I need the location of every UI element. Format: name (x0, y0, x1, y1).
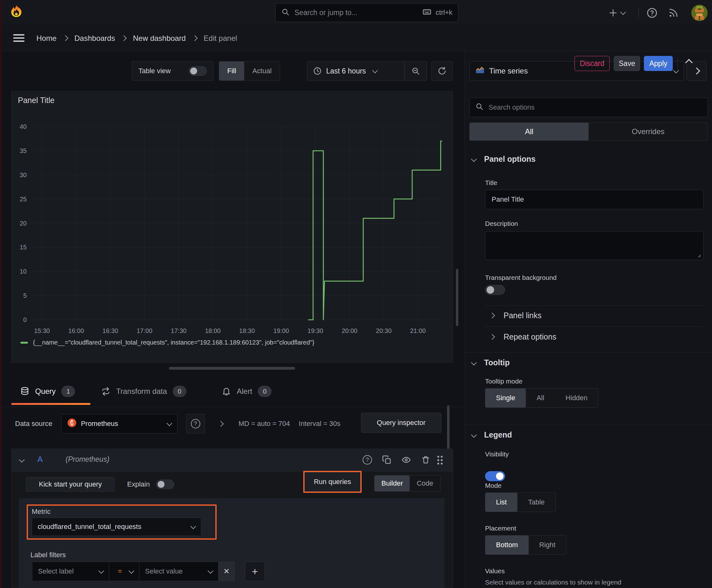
svg-text:10: 10 (20, 268, 27, 275)
plus-icon (608, 8, 618, 18)
transparent-bg-toggle[interactable] (485, 285, 505, 295)
search-options-field[interactable] (469, 98, 708, 117)
metric-select[interactable]: cloudflared_tunnel_total_requests (32, 518, 201, 536)
fill-option[interactable]: Fill (219, 62, 244, 80)
run-queries-button[interactable]: Run queries (304, 472, 360, 491)
zoom-out-button[interactable] (405, 67, 427, 76)
query-options-chevron-icon[interactable] (218, 421, 223, 426)
delete-query-icon[interactable] (421, 455, 430, 466)
query-inspector-button[interactable]: Query inspector (361, 413, 441, 433)
resize-corner-icon[interactable] (696, 253, 701, 258)
remove-filter-button[interactable]: ✕ (218, 562, 235, 581)
tooltip-single-option[interactable]: Single (486, 388, 526, 407)
legend-visibility-toggle[interactable] (485, 471, 505, 481)
timeseries-viz-icon (475, 65, 485, 77)
vertical-scrollbar[interactable] (456, 269, 458, 326)
chart-legend[interactable]: {__name__="cloudflared_tunnel_total_requ… (20, 339, 314, 346)
panel-title-field[interactable] (485, 190, 704, 209)
search-input[interactable] (294, 8, 418, 17)
placement-right-option[interactable]: Right (528, 536, 566, 554)
tab-overrides[interactable]: Overrides (589, 123, 708, 141)
query-help-icon[interactable]: ? (363, 455, 372, 465)
legend-values-help: Select values or calculations to show in… (485, 579, 621, 586)
grafana-logo-icon[interactable] (8, 5, 24, 20)
repeat-options-header[interactable]: Repeat options (490, 332, 556, 341)
chevron-down-icon (98, 568, 104, 573)
panel-resize-handle[interactable] (169, 367, 295, 370)
code-option[interactable]: Code (410, 476, 440, 491)
chevron-down-icon (620, 9, 626, 15)
svg-text:18:30: 18:30 (239, 327, 255, 334)
tab-transform-label: Transform data (116, 387, 167, 396)
table-view-toggle[interactable] (189, 66, 207, 76)
explain-toggle[interactable] (156, 480, 174, 489)
kickstart-query-button[interactable]: Kick start your query (26, 477, 114, 491)
query-header[interactable]: A (Prometheus) ? (12, 449, 453, 471)
legend-placement-switch: Bottom Right (485, 535, 566, 555)
collapse-query-icon[interactable] (19, 457, 24, 462)
datasource-label: Data source (15, 420, 52, 428)
query-editor-row: A (Prometheus) ? Kick start your query E… (11, 448, 453, 588)
tooltip-hidden-option[interactable]: Hidden (555, 388, 598, 407)
time-range-button[interactable]: Last 6 hours (307, 67, 404, 76)
datasource-help-button[interactable]: ? (186, 414, 205, 434)
table-view-label: Table view (138, 67, 171, 75)
tooltip-header[interactable]: Tooltip (472, 358, 510, 367)
add-filter-button[interactable]: + (245, 562, 265, 581)
placement-bottom-option[interactable]: Bottom (486, 536, 528, 554)
legend-placement-label: Placement (485, 525, 516, 532)
help-button[interactable] (647, 7, 657, 19)
avatar[interactable] (691, 5, 708, 21)
tab-query-count: 1 (61, 386, 75, 397)
tabs-divider (0, 407, 462, 407)
actual-option[interactable]: Actual (244, 62, 280, 80)
breadcrumb: Home Dashboards New dashboard Edit panel (37, 25, 237, 51)
search-options-input[interactable] (488, 103, 702, 112)
datasource-select[interactable]: Prometheus (61, 414, 177, 434)
tab-transform[interactable]: Transform data 0 (101, 379, 187, 403)
panel-title-input[interactable] (491, 195, 697, 204)
legend-list-option[interactable]: List (486, 493, 517, 512)
panel-links-header[interactable]: Panel links (490, 311, 542, 320)
datasource-row: Data source Prometheus ? MD = auto = 704… (15, 413, 340, 434)
new-menu-button[interactable] (608, 0, 625, 25)
apply-button[interactable]: Apply (644, 56, 673, 71)
panel-options-header[interactable]: Panel options (472, 154, 536, 164)
tab-all[interactable]: All (470, 123, 589, 141)
legend-header[interactable]: Legend (472, 430, 512, 439)
description-textarea[interactable] (485, 231, 704, 260)
select-label-dropdown[interactable]: Select label (32, 562, 109, 581)
menu-toggle-button[interactable] (13, 33, 24, 44)
duplicate-query-icon[interactable] (382, 455, 391, 466)
collapse-pane-button[interactable] (686, 60, 692, 67)
refresh-button[interactable] (431, 61, 453, 81)
chevron-down-icon (471, 360, 477, 365)
news-rss-button[interactable] (668, 7, 679, 19)
chevron-right-icon (489, 334, 495, 339)
discard-button[interactable]: Discard (575, 56, 610, 71)
legend-table-option[interactable]: Table (517, 493, 555, 512)
svg-text:5: 5 (23, 292, 27, 299)
tab-query[interactable]: Query 1 (20, 379, 75, 403)
drag-handle-icon[interactable] (437, 456, 443, 465)
builder-code-switch: Builder Code (374, 475, 440, 491)
global-search[interactable]: ctrl+k (275, 3, 458, 22)
select-value-dropdown[interactable]: Select value (139, 562, 218, 581)
refresh-icon (437, 66, 447, 76)
breadcrumb-new-dashboard[interactable]: New dashboard (133, 34, 186, 43)
tab-alert-label: Alert (237, 387, 252, 396)
tab-alert[interactable]: Alert 0 (222, 379, 272, 403)
timeseries-chart[interactable]: 051015202530354015:3016:0016:3017:0017:3… (12, 91, 453, 339)
query-datasource-hint: (Prometheus) (66, 455, 109, 464)
legend-series-label[interactable]: {__name__="cloudflared_tunnel_total_requ… (33, 339, 314, 346)
options-sidebar: Time series All Overrides Panel options … (465, 51, 712, 588)
tooltip-all-option[interactable]: All (526, 388, 555, 407)
breadcrumb-dashboards[interactable]: Dashboards (74, 34, 115, 43)
breadcrumb-home[interactable]: Home (37, 34, 57, 43)
svg-text:19:00: 19:00 (274, 327, 289, 334)
builder-option[interactable]: Builder (374, 476, 410, 491)
svg-text:21:00: 21:00 (410, 327, 426, 334)
operator-dropdown[interactable]: = (109, 562, 139, 581)
save-button[interactable]: Save (614, 56, 640, 71)
toggle-visibility-icon[interactable] (402, 455, 411, 466)
